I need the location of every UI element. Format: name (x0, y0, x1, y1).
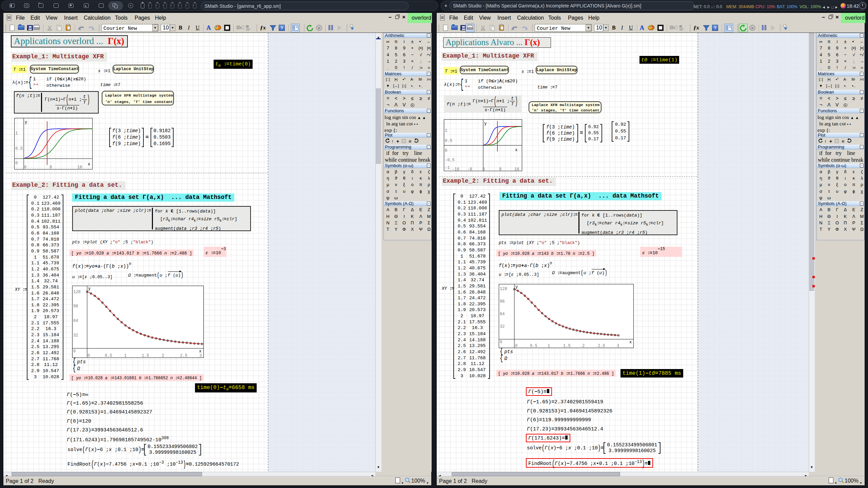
svg-text:96: 96 (500, 299, 505, 304)
svg-text:0: 0 (515, 344, 517, 348)
svg-text:0: 0 (73, 349, 76, 354)
svg-text:16: 16 (77, 165, 82, 169)
svg-text:0.5: 0.5 (530, 344, 537, 348)
svg-text:0: 0 (482, 167, 485, 171)
svg-text:x: x (629, 340, 632, 345)
svg-text:1: 1 (445, 128, 447, 133)
svg-text:-8: -8 (467, 167, 472, 171)
svg-text:0: 0 (15, 161, 18, 166)
svg-text:0: 0 (445, 148, 447, 153)
svg-text:0: 0 (24, 165, 26, 169)
svg-text:0.5: 0.5 (445, 139, 452, 143)
svg-text:32: 32 (500, 324, 505, 329)
svg-text:64: 64 (73, 319, 78, 323)
svg-text:32: 32 (73, 333, 78, 338)
svg-text:2.5: 2.5 (180, 353, 188, 358)
svg-text:0: 0 (500, 340, 502, 345)
svg-text:0.5: 0.5 (105, 353, 112, 358)
svg-text:96: 96 (73, 304, 78, 309)
svg-text:8: 8 (499, 167, 501, 171)
svg-text:128: 128 (73, 290, 81, 294)
svg-text:y: y (515, 285, 518, 289)
svg-text:8: 8 (50, 165, 52, 169)
svg-text:x: x (88, 162, 90, 167)
svg-text:0: 0 (87, 353, 90, 358)
svg-text:3: 3 (617, 344, 619, 348)
svg-text:1.5: 1.5 (563, 344, 571, 348)
svg-text:16: 16 (514, 167, 519, 171)
svg-text:x: x (515, 148, 517, 152)
svg-text:0.5: 0.5 (15, 146, 23, 151)
svg-text:-1: -1 (445, 166, 450, 170)
svg-text:1: 1 (15, 131, 18, 136)
svg-text:y: y (484, 121, 487, 126)
svg-text:2.5: 2.5 (598, 344, 605, 348)
svg-text:1: 1 (548, 344, 550, 348)
svg-text:3: 3 (199, 353, 202, 358)
svg-text:y: y (88, 286, 91, 291)
svg-text:128: 128 (500, 287, 507, 291)
svg-text:y: y (25, 120, 27, 125)
svg-text:2: 2 (162, 353, 164, 358)
svg-text:1: 1 (124, 353, 126, 358)
svg-text:-16: -16 (452, 167, 459, 171)
svg-text:2: 2 (582, 344, 585, 348)
svg-text:1.5: 1.5 (142, 353, 149, 358)
svg-text:64: 64 (500, 312, 505, 317)
svg-text:-0.5: -0.5 (445, 158, 455, 163)
svg-text:x: x (199, 349, 201, 354)
